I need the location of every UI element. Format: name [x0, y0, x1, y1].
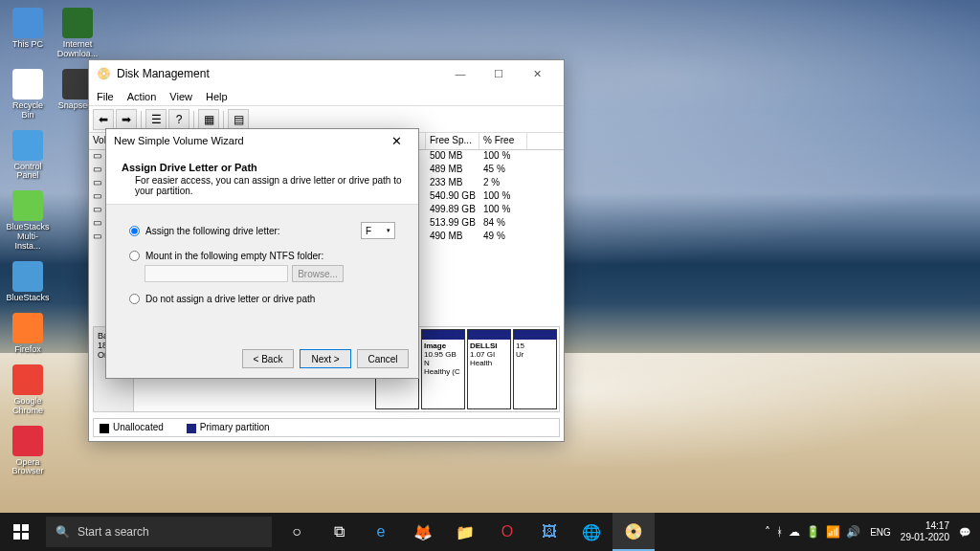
bluestacks-icon	[12, 261, 43, 292]
menu-help[interactable]: Help	[206, 91, 228, 102]
date: 29-01-2020	[901, 532, 949, 543]
legend-unallocated-swatch	[100, 424, 109, 433]
partition[interactable]: Image10.95 GB NHealthy (C	[421, 329, 465, 409]
desktop-icon-recycle-bin[interactable]: Recycle Bin	[8, 69, 48, 121]
system-tray: ˄ ᚼ ☁ 🔋 📶 🔊 ENG 14:17 29-01-2020 💬	[755, 520, 980, 543]
start-button[interactable]	[0, 513, 42, 551]
desktop-icon-idm[interactable]: Internet Downloa...	[57, 8, 98, 59]
battery-icon[interactable]: 🔋	[806, 525, 820, 539]
assign-letter-radio[interactable]	[129, 226, 140, 236]
language-indicator[interactable]: ENG	[870, 527, 891, 538]
photos-icon[interactable]: 🖼	[528, 513, 570, 551]
opera-taskbar-icon[interactable]: O	[486, 513, 528, 551]
edge-icon[interactable]: e	[360, 513, 402, 551]
chrome-icon	[12, 364, 43, 395]
menu-action[interactable]: Action	[127, 91, 157, 102]
toolbar-btn-3[interactable]: ▤	[228, 109, 249, 130]
bluestacks-multi-icon	[12, 190, 43, 221]
desktop-icons: This PCInternet Downloa...Recycle BinSna…	[8, 8, 98, 476]
forward-button[interactable]: ➡	[116, 109, 137, 130]
disk-icon: 📀	[97, 67, 111, 80]
new-simple-volume-wizard: New Simple Volume Wizard ✕ Assign Drive …	[105, 128, 419, 379]
partition[interactable]: 15Ur	[513, 329, 557, 409]
wizard-subheading: For easier access, you can assign a driv…	[135, 175, 403, 196]
legend: Unallocated Primary partition	[93, 418, 560, 437]
column-header[interactable]: % Free	[479, 133, 527, 149]
task-view-icon[interactable]: ⧉	[318, 513, 360, 551]
menu-bar: FileActionViewHelp	[89, 87, 564, 106]
desktop-icon-this-pc[interactable]: This PC	[8, 8, 48, 59]
icon-label: Internet Downloa...	[57, 40, 99, 59]
chevron-down-icon: ▾	[387, 227, 390, 234]
notifications-icon[interactable]: 💬	[959, 527, 970, 538]
onedrive-icon[interactable]: ☁	[789, 525, 800, 539]
taskbar-pinned: ○ ⧉ e 🦊 📁 O 🖼 🌐 📀	[276, 513, 655, 551]
cancel-button[interactable]: Cancel	[357, 349, 409, 368]
no-assign-label: Do not assign a drive letter or drive pa…	[145, 294, 315, 304]
icon-label: BlueStacks	[6, 294, 49, 303]
firefox-taskbar-icon[interactable]: 🦊	[402, 513, 444, 551]
icon-label: Control Panel	[8, 163, 48, 182]
drive-letter-value: F	[366, 226, 371, 236]
tray-chevron-icon[interactable]: ˄	[765, 525, 770, 539]
firefox-icon	[12, 313, 43, 343]
icon-label: Google Chrome	[8, 397, 48, 416]
wizard-heading: Assign Drive Letter or Path	[122, 162, 403, 173]
refresh-button[interactable]: ?	[168, 109, 189, 130]
cortana-icon[interactable]: ○	[276, 513, 318, 551]
volume-icon[interactable]: 🔊	[846, 525, 860, 539]
desktop-icon-opera[interactable]: Opera Browser	[8, 426, 48, 477]
desktop-icon-firefox[interactable]: Firefox	[8, 313, 48, 355]
search-box[interactable]: 🔍 Start a search	[46, 517, 272, 547]
svg-rect-3	[22, 533, 29, 540]
no-assign-radio[interactable]	[129, 294, 140, 304]
icon-label: BlueStacks Multi-Insta...	[6, 223, 49, 252]
legend-unallocated: Unallocated	[113, 422, 164, 432]
wizard-close-button[interactable]: ✕	[382, 134, 411, 148]
desktop-icon-bluestacks[interactable]: BlueStacks	[8, 261, 48, 303]
chrome-taskbar-icon[interactable]: 🌐	[570, 513, 612, 551]
icon-label: Opera Browser	[8, 458, 48, 477]
next-button[interactable]: Next >	[300, 349, 351, 368]
wizard-titlebar[interactable]: New Simple Volume Wizard ✕	[106, 129, 418, 152]
opera-icon	[12, 426, 43, 456]
desktop-icon-chrome[interactable]: Google Chrome	[8, 364, 48, 416]
mount-ntfs-label: Mount in the following empty NTFS folder…	[145, 251, 323, 261]
menu-file[interactable]: File	[97, 91, 114, 102]
maximize-button[interactable]: ☐	[479, 60, 518, 87]
toolbar-btn-2[interactable]: ▦	[198, 109, 219, 130]
drive-letter-select[interactable]: F ▾	[361, 222, 395, 239]
desktop-icon-control-panel[interactable]: Control Panel	[8, 130, 48, 182]
mount-ntfs-radio[interactable]	[129, 251, 140, 261]
search-icon: 🔍	[56, 525, 70, 539]
menu-view[interactable]: View	[169, 91, 192, 102]
clock[interactable]: 14:17 29-01-2020	[901, 520, 949, 543]
idm-icon	[62, 8, 93, 38]
minimize-button[interactable]: —	[441, 60, 479, 87]
toolbar-btn-1[interactable]: ☰	[145, 109, 167, 130]
svg-rect-2	[13, 533, 20, 540]
assign-letter-label: Assign the following drive letter:	[145, 226, 280, 236]
column-header[interactable]: Free Sp...	[426, 133, 479, 149]
legend-primary-swatch	[187, 424, 196, 433]
back-button[interactable]: ⬅	[93, 109, 114, 130]
browse-button[interactable]: Browse...	[292, 265, 344, 282]
control-panel-icon	[12, 130, 43, 161]
bluetooth-icon[interactable]: ᚼ	[776, 525, 783, 539]
this-pc-icon	[12, 8, 43, 38]
back-button[interactable]: < Back	[242, 349, 294, 368]
window-titlebar[interactable]: 📀 Disk Management — ☐ ✕	[89, 60, 564, 87]
window-title: Disk Management	[117, 67, 210, 80]
windows-icon	[13, 524, 29, 540]
legend-primary: Primary partition	[200, 422, 270, 432]
partition[interactable]: DELLSI1.07 GIHealth	[467, 329, 511, 409]
recycle-bin-icon	[12, 69, 43, 99]
disk-mgmt-taskbar-icon[interactable]: 📀	[612, 513, 655, 551]
taskbar: 🔍 Start a search ○ ⧉ e 🦊 📁 O 🖼 🌐 📀 ˄ ᚼ ☁…	[0, 513, 980, 551]
wifi-icon[interactable]: 📶	[826, 525, 840, 539]
ntfs-folder-input[interactable]	[145, 265, 288, 282]
explorer-icon[interactable]: 📁	[444, 513, 486, 551]
search-placeholder: Start a search	[78, 525, 149, 539]
desktop-icon-bluestacks-multi[interactable]: BlueStacks Multi-Insta...	[8, 190, 48, 252]
close-button[interactable]: ✕	[518, 60, 556, 87]
